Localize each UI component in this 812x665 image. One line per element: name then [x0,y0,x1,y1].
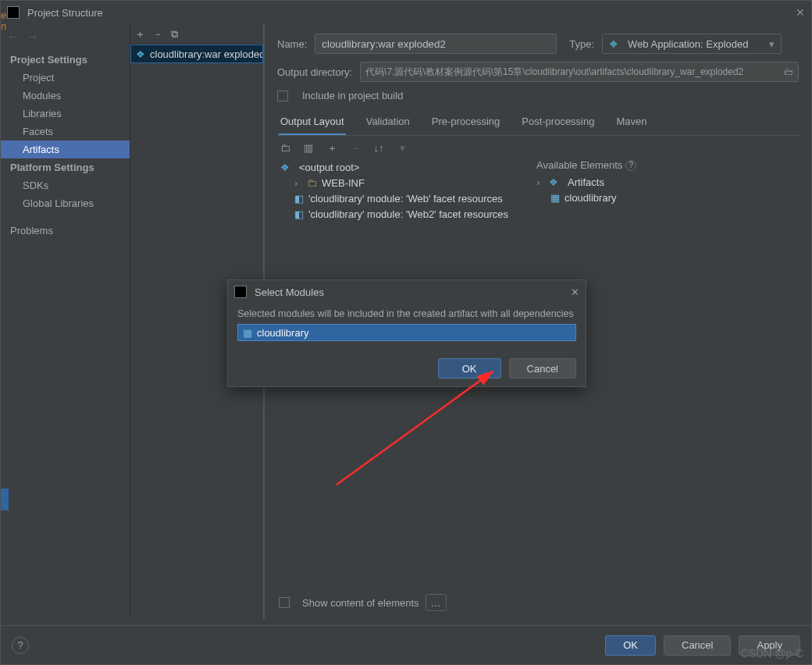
module-node-label: cloudlibrary [564,192,616,204]
output-root-label: <output root> [299,162,359,173]
name-input[interactable] [315,34,557,54]
sidebar-item-artifacts[interactable]: Artifacts [1,140,130,158]
show-content-row: Show content of elements … [277,589,799,613]
app-icon [234,286,247,298]
nav-back-icon[interactable]: ← [7,30,18,43]
sidebar-item-problems[interactable]: Problems [1,222,130,240]
facet2-label: 'cloudlibrary' module: 'Web2' facet reso… [308,208,508,220]
modal-close-icon[interactable]: ✕ [571,286,579,298]
tab-postprocessing[interactable]: Post-processing [520,111,596,135]
ok-button[interactable]: OK [605,635,656,656]
new-folder-icon[interactable]: 🗀 [277,142,293,154]
modal-description: Selected modules will be included in the… [237,308,576,319]
new-archive-icon[interactable]: ▥ [301,142,316,154]
dialog-bottom-bar: ? OK Cancel Apply [1,625,811,664]
modal-cancel-button[interactable]: Cancel [509,358,576,379]
webinf-label: WEB-INF [322,177,365,189]
module-icon: ▦ [550,192,560,204]
show-content-label: Show content of elements [302,597,419,609]
expand-arrow-icon[interactable]: › [294,177,302,189]
facet-icon: ◧ [294,193,304,204]
show-content-checkbox[interactable] [279,597,290,608]
sidebar-item-project[interactable]: Project [1,69,130,87]
remove-item-icon[interactable]: － [347,141,363,155]
sidebar-item-global-libraries[interactable]: Global Libraries [1,194,130,212]
add-copy-icon[interactable]: ＋ [324,141,340,155]
browse-folder-icon[interactable]: 🗁 [784,66,793,77]
module-item-label: cloudlibrary [257,327,308,339]
cancel-button[interactable]: Cancel [664,635,731,656]
include-in-build-checkbox[interactable] [277,91,288,101]
help-button[interactable]: ? [12,637,29,654]
artifacts-node-icon: ❖ [549,176,558,188]
sort-icon[interactable]: ↓↑ [371,142,386,154]
editor-selection-stub [1,489,9,510]
sidebar-item-libraries[interactable]: Libraries [1,105,130,123]
include-in-build-label: Include in project build [302,90,403,101]
sidebar-item-modules[interactable]: Modules [1,87,130,105]
window-close-icon[interactable]: ✕ [796,6,805,19]
output-root-icon: ❖ [280,162,290,173]
module-icon: ▦ [243,327,252,339]
expand-arrow-icon[interactable]: › [536,176,544,188]
folder-icon: 🗀 [307,177,317,189]
name-label: Name: [277,38,307,50]
web-app-icon: ❖ [609,38,618,50]
facet-icon: ◧ [294,208,304,220]
type-label: Type: [569,38,594,50]
type-value: Web Application: Exploded [628,38,748,50]
tab-maven[interactable]: Maven [614,111,648,135]
modal-ok-button[interactable]: OK [438,358,501,379]
apply-button[interactable]: Apply [739,635,800,656]
remove-icon[interactable]: － [153,27,163,41]
type-dropdown[interactable]: ❖ Web Application: Exploded ▾ [602,34,782,54]
modal-titlebar: Select Modules ✕ [228,280,586,304]
copy-icon[interactable]: ⧉ [171,28,178,41]
sidebar: ← → Project Settings Project Modules Lib… [1,24,130,619]
show-content-more-button[interactable]: … [426,594,447,611]
select-modules-dialog: Select Modules ✕ Selected modules will b… [227,279,586,387]
project-structure-window: e n Project Structure ✕ ← → Project Sett… [0,0,812,665]
titlebar: Project Structure ✕ [1,1,811,24]
sidebar-item-sdks[interactable]: SDKs [1,176,130,194]
tab-validation[interactable]: Validation [365,111,411,135]
output-directory-label: Output directory: [277,66,352,78]
available-elements-label: Available Elements [536,159,622,171]
nav-arrows: ← → [1,27,130,51]
sidebar-item-facets[interactable]: Facets [1,123,130,140]
nav-forward-icon[interactable]: → [27,30,38,43]
app-icon [7,6,20,19]
tab-output-layout[interactable]: Output Layout [279,111,346,135]
artifact-list-item[interactable]: ❖ cloudlibrary:war exploded [130,44,263,63]
modal-title: Select Modules [255,286,324,298]
editor-edge: e n [1,10,6,32]
artifact-list-toolbar: ＋ － ⧉ [130,24,263,44]
artifact-list-item-label: cloudlibrary:war exploded [150,48,263,60]
project-settings-header: Project Settings [1,51,130,69]
artifacts-node-label: Artifacts [568,176,604,188]
output-layout-toolbar: 🗀 ▥ ＋ － ↓↑ ▾ [277,136,799,158]
help-small-icon[interactable]: ? [625,160,636,171]
expand-icon[interactable]: ▾ [394,142,410,154]
output-directory-field[interactable]: 代码\7.源代码\教材案例源代码\第15章\cloudlibrary\out\a… [360,62,799,82]
artifact-tabs: Output Layout Validation Pre-processing … [277,111,799,136]
output-directory-value: 代码\7.源代码\教材案例源代码\第15章\cloudlibrary\out\a… [365,66,743,79]
add-icon[interactable]: ＋ [135,27,145,41]
platform-settings-header: Platform Settings [1,158,130,176]
chevron-down-icon: ▾ [769,38,775,50]
artifact-icon: ❖ [136,48,145,60]
facet1-label: 'cloudlibrary' module: 'Web' facet resou… [308,193,503,204]
tab-preprocessing[interactable]: Pre-processing [430,111,501,135]
window-title: Project Structure [27,7,103,19]
module-list-item[interactable]: ▦ cloudlibrary [237,324,576,341]
